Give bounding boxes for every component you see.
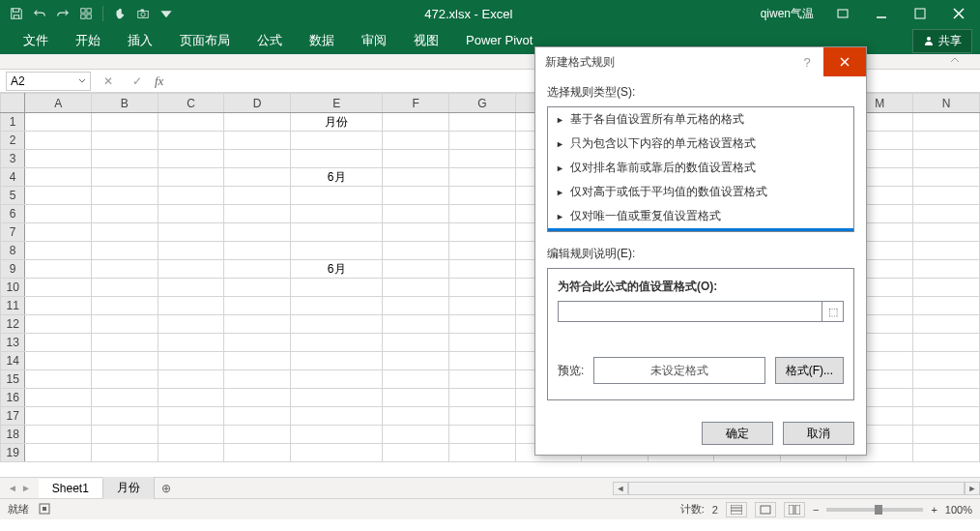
zoom-slider[interactable]: [826, 508, 923, 512]
close-icon[interactable]: [941, 0, 976, 27]
add-sheet-button[interactable]: ⊕: [155, 482, 178, 495]
cell[interactable]: [25, 260, 92, 279]
cell[interactable]: [25, 334, 92, 352]
page-layout-view-icon[interactable]: [755, 502, 776, 517]
cell[interactable]: [383, 168, 449, 187]
cell[interactable]: [158, 113, 224, 132]
cell[interactable]: [448, 389, 515, 407]
cell[interactable]: [92, 352, 159, 370]
tab-file[interactable]: 文件: [10, 27, 62, 54]
column-header[interactable]: C: [158, 94, 224, 113]
cancel-formula-icon[interactable]: ✕: [97, 72, 120, 91]
cell[interactable]: [25, 113, 92, 132]
cell[interactable]: [448, 407, 515, 426]
zoom-level[interactable]: 100%: [945, 504, 972, 516]
cell[interactable]: [291, 242, 383, 260]
cell[interactable]: [913, 260, 980, 279]
rule-type-item[interactable]: ►使用公式确定要设置格式的单元格: [548, 228, 853, 232]
cell[interactable]: [25, 389, 92, 407]
cell[interactable]: [448, 168, 515, 187]
select-all-corner[interactable]: [1, 94, 25, 113]
cell[interactable]: [448, 223, 515, 242]
cell[interactable]: [913, 370, 980, 389]
cell[interactable]: [158, 279, 224, 297]
collapse-ribbon-icon[interactable]: [949, 54, 961, 69]
cell[interactable]: [291, 444, 383, 462]
cell[interactable]: [383, 444, 449, 462]
cell[interactable]: [25, 150, 92, 168]
row-header[interactable]: 15: [1, 370, 25, 389]
dialog-help-icon[interactable]: ?: [791, 47, 823, 76]
column-header[interactable]: E: [291, 94, 383, 113]
cell[interactable]: [92, 242, 159, 260]
cell[interactable]: [383, 187, 449, 205]
cell[interactable]: [158, 150, 224, 168]
cell[interactable]: [158, 407, 224, 426]
cell[interactable]: [448, 150, 515, 168]
cell[interactable]: [158, 426, 224, 444]
row-header[interactable]: 2: [1, 132, 25, 150]
ok-button[interactable]: 确定: [702, 422, 773, 445]
cell[interactable]: [383, 315, 449, 334]
cell[interactable]: [158, 444, 224, 462]
macro-record-icon[interactable]: [39, 503, 50, 516]
cell[interactable]: [913, 315, 980, 334]
cell[interactable]: [158, 334, 224, 352]
cell[interactable]: [383, 113, 449, 132]
cell[interactable]: 月份: [291, 113, 383, 132]
cell[interactable]: [224, 389, 291, 407]
cell[interactable]: [448, 205, 515, 223]
column-header[interactable]: A: [25, 94, 92, 113]
cell[interactable]: [158, 242, 224, 260]
sheet-tab[interactable]: 月份: [103, 477, 155, 499]
cell[interactable]: [291, 297, 383, 315]
page-break-view-icon[interactable]: [784, 502, 805, 517]
redo-icon[interactable]: [52, 3, 73, 24]
cell[interactable]: [448, 297, 515, 315]
cell[interactable]: [92, 334, 159, 352]
cell[interactable]: [913, 223, 980, 242]
cell[interactable]: [383, 223, 449, 242]
tab-home[interactable]: 开始: [62, 27, 114, 54]
cell[interactable]: [25, 315, 92, 334]
cell[interactable]: [25, 187, 92, 205]
cell[interactable]: [158, 223, 224, 242]
column-header[interactable]: B: [92, 94, 159, 113]
row-header[interactable]: 6: [1, 205, 25, 223]
cell[interactable]: [25, 242, 92, 260]
qat-dropdown-icon[interactable]: [156, 3, 177, 24]
cell[interactable]: [383, 389, 449, 407]
cell[interactable]: [913, 352, 980, 370]
cell[interactable]: [158, 205, 224, 223]
cell[interactable]: [224, 132, 291, 150]
cell[interactable]: [224, 242, 291, 260]
maximize-icon[interactable]: [903, 0, 937, 27]
cell[interactable]: [92, 426, 159, 444]
cell[interactable]: [913, 407, 980, 426]
touch-mode-icon[interactable]: [109, 3, 130, 24]
save-icon[interactable]: [6, 3, 27, 24]
row-header[interactable]: 10: [1, 279, 25, 297]
range-picker-icon[interactable]: ⬚: [822, 301, 844, 322]
cell[interactable]: [913, 444, 980, 462]
cell[interactable]: [158, 260, 224, 279]
column-header[interactable]: N: [913, 94, 980, 113]
cell[interactable]: [383, 132, 449, 150]
zoom-out-icon[interactable]: −: [813, 504, 819, 516]
cell[interactable]: [291, 150, 383, 168]
user-name[interactable]: qiwen气温: [761, 6, 814, 22]
zoom-in-icon[interactable]: +: [931, 504, 937, 516]
cell[interactable]: [448, 260, 515, 279]
cell[interactable]: [92, 444, 159, 462]
cell[interactable]: [913, 205, 980, 223]
cell[interactable]: [158, 352, 224, 370]
ribbon-display-icon[interactable]: [825, 0, 860, 27]
cell[interactable]: [913, 297, 980, 315]
undo-icon[interactable]: [29, 3, 50, 24]
cell[interactable]: [224, 260, 291, 279]
row-header[interactable]: 4: [1, 168, 25, 187]
name-box[interactable]: A2: [6, 72, 91, 91]
cell[interactable]: [383, 334, 449, 352]
cell[interactable]: [913, 113, 980, 132]
row-header[interactable]: 7: [1, 223, 25, 242]
